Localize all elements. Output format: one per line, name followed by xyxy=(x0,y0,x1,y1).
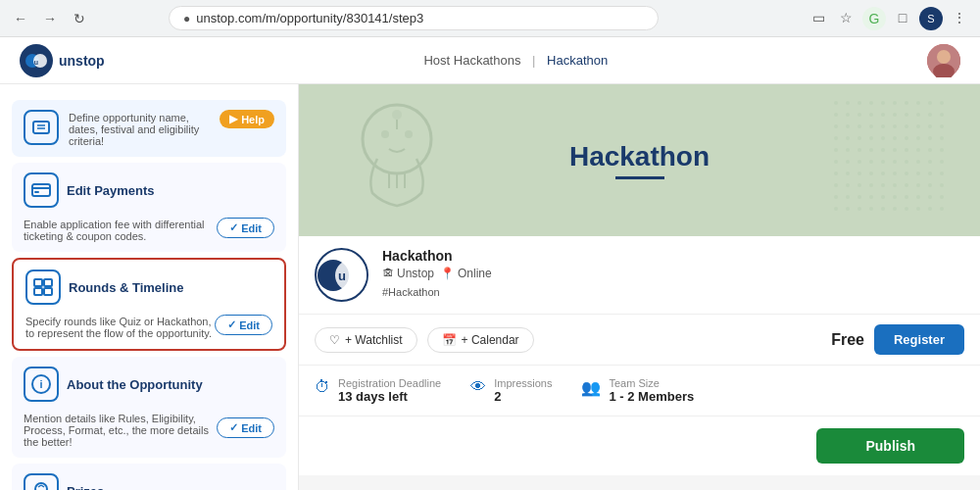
location-item: 📍 Online xyxy=(440,267,492,280)
svg-line-22 xyxy=(41,485,44,487)
hero-title-container: Hackathon xyxy=(569,141,710,179)
back-button[interactable]: ← xyxy=(10,8,31,29)
svg-point-18 xyxy=(35,483,47,490)
profile-icon[interactable]: S xyxy=(919,7,943,30)
svg-text:i: i xyxy=(39,378,42,390)
svg-text:u: u xyxy=(338,269,346,283)
reload-button[interactable]: ↻ xyxy=(69,8,90,29)
payments-desc: Enable application fee with differential… xyxy=(24,219,217,242)
price-label: Free xyxy=(831,331,864,349)
watchlist-button[interactable]: ♡ + Watchlist xyxy=(315,327,417,353)
rounds-icon xyxy=(25,270,61,305)
deadline-label: Registration Deadline xyxy=(338,377,441,389)
rounds-footer: Specify rounds like Quiz or Hackathon, t… xyxy=(25,311,272,339)
define-icon xyxy=(24,110,59,145)
svg-rect-9 xyxy=(32,184,50,196)
stat-impressions-text: Impressions 2 xyxy=(494,377,552,404)
sidebar-top-card: Define opportunity name, dates, festival… xyxy=(12,100,286,157)
org-item: 🏚 Unstop xyxy=(382,267,434,280)
calendar-button[interactable]: 📅 + Calendar xyxy=(427,327,534,353)
define-desc: Define opportunity name, dates, festival… xyxy=(69,112,210,147)
org-name: Unstop xyxy=(397,267,434,280)
svg-rect-14 xyxy=(34,288,42,295)
payments-header: Edit Payments xyxy=(24,172,274,208)
pencil-icon-3: ✓ xyxy=(229,421,238,434)
pencil-icon: ✓ xyxy=(229,221,238,234)
building-icon: 🏚 xyxy=(382,267,394,280)
svg-point-24 xyxy=(381,130,389,138)
location-text: Online xyxy=(458,267,492,280)
forward-button[interactable]: → xyxy=(39,8,61,29)
rounds-edit-button[interactable]: ✓ Edit xyxy=(215,315,272,335)
browser-chrome: ← → ↻ ● unstop.com/m/opportunity/830141/… xyxy=(0,0,980,37)
payments-edit-button[interactable]: ✓ Edit xyxy=(217,218,274,238)
prizes-icon xyxy=(24,473,59,490)
address-bar[interactable]: ● unstop.com/m/opportunity/830141/step3 xyxy=(169,6,659,30)
logo-circle: u xyxy=(20,44,53,77)
svg-rect-32 xyxy=(833,100,951,218)
hashtag: #Hackathon xyxy=(382,286,964,298)
breadcrumb-host[interactable]: Host Hackathons xyxy=(423,53,520,68)
stat-deadline: ⏱ Registration Deadline 13 days left xyxy=(315,377,441,404)
clock-icon: ⏱ xyxy=(315,378,330,396)
cast-icon[interactable]: ▭ xyxy=(808,7,829,28)
menu-icon[interactable]: ⋮ xyxy=(949,7,970,28)
bookmark-icon[interactable]: ☆ xyxy=(835,7,857,28)
svg-rect-6 xyxy=(33,122,49,133)
stat-impressions: 👁 Impressions 2 xyxy=(470,377,552,404)
breadcrumb-separator: | xyxy=(532,53,535,68)
svg-rect-12 xyxy=(34,279,42,286)
about-footer: Mention details like Rules, Eligibility,… xyxy=(24,408,274,448)
extension-icon[interactable]: G xyxy=(862,7,886,30)
hero-title: Hackathon xyxy=(569,141,710,172)
sidebar: Define opportunity name, dates, festival… xyxy=(0,84,299,490)
sidebar-item-rounds: ← Rounds & Timeline Specify rounds like … xyxy=(12,258,286,351)
sidebar-card-text: Define opportunity name, dates, festival… xyxy=(69,110,210,147)
watchlist-label: + Watchlist xyxy=(345,333,403,347)
rounds-edit-label: Edit xyxy=(239,319,260,331)
about-edit-button[interactable]: ✓ Edit xyxy=(217,417,274,438)
opp-info: u Hackathon 🏚 Unstop 📍 Online xyxy=(299,236,980,315)
pencil-icon-2: ✓ xyxy=(227,318,236,331)
main-content: Hackathon u Hackathon xyxy=(299,84,980,490)
app-container: u unstop Host Hackathons | Hackathon xyxy=(0,37,980,490)
svg-point-26 xyxy=(392,110,402,120)
stats-row: ⏱ Registration Deadline 13 days left 👁 I… xyxy=(299,366,980,416)
team-icon: 👥 xyxy=(581,378,601,397)
svg-rect-15 xyxy=(44,288,52,295)
logo[interactable]: u unstop xyxy=(20,44,105,77)
hero-icon xyxy=(348,100,446,221)
teamsize-label: Team Size xyxy=(609,377,694,389)
top-nav: u unstop Host Hackathons | Hackathon xyxy=(0,37,980,84)
heart-icon: ♡ xyxy=(329,333,340,347)
help-label: Help xyxy=(241,114,265,125)
sidebar-item-about: i About the Opportunity Mention details … xyxy=(12,357,286,458)
rounds-header: Rounds & Timeline xyxy=(25,270,272,305)
rounds-title: Rounds & Timeline xyxy=(69,280,272,295)
avatar[interactable] xyxy=(927,44,960,77)
register-button[interactable]: Register xyxy=(874,324,964,355)
about-edit-label: Edit xyxy=(241,422,262,434)
about-desc: Mention details like Rules, Eligibility,… xyxy=(24,413,217,448)
actions-row: ♡ + Watchlist 📅 + Calendar Free Register xyxy=(299,315,980,366)
publish-button[interactable]: Publish xyxy=(816,428,964,464)
payments-edit-label: Edit xyxy=(241,222,262,234)
nav-breadcrumb: Host Hackathons | Hackathon xyxy=(105,53,927,68)
location-icon: 📍 xyxy=(440,267,455,280)
stat-deadline-text: Registration Deadline 13 days left xyxy=(338,377,441,404)
publish-bar: Publish xyxy=(299,416,980,475)
preview-card: Hackathon u Hackathon xyxy=(299,84,980,475)
breadcrumb-current: Hackathon xyxy=(547,53,608,68)
calendar-label: + Calendar xyxy=(462,333,519,347)
help-toggle[interactable]: ▶ Help xyxy=(220,110,274,128)
payments-footer: Enable application fee with differential… xyxy=(24,214,274,242)
prizes-title: Prizes xyxy=(67,484,274,491)
puzzle-icon[interactable]: □ xyxy=(892,7,913,28)
hero-banner: Hackathon xyxy=(299,84,980,236)
rounds-desc: Specify rounds like Quiz or Hackathon, t… xyxy=(25,316,215,339)
opp-name: Hackathon xyxy=(382,248,964,264)
prizes-header: Prizes xyxy=(24,473,274,490)
svg-point-25 xyxy=(405,130,413,138)
calendar-icon: 📅 xyxy=(442,333,457,347)
browser-actions: ▭ ☆ G □ S ⋮ xyxy=(808,7,970,30)
